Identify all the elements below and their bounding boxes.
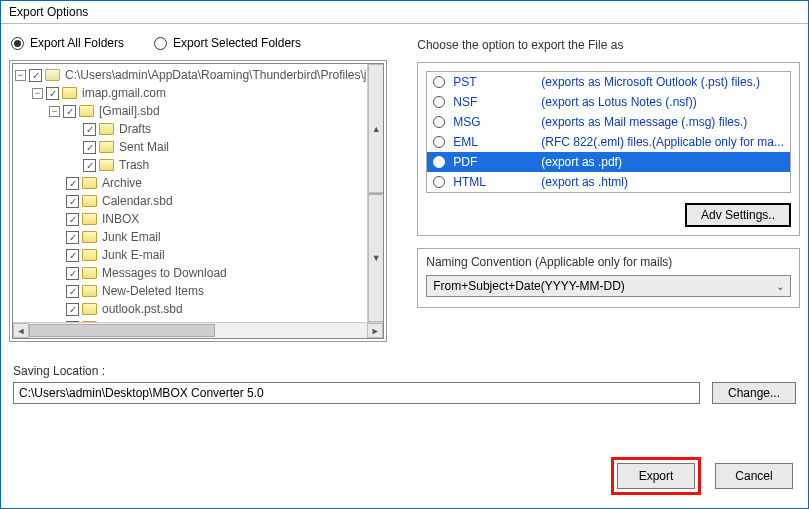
tree-item[interactable]: −imap.gmail.com (15, 84, 383, 102)
tree-item-label: Messages to Download (100, 266, 227, 280)
radio-icon (433, 176, 445, 188)
folder-icon (45, 69, 60, 81)
tree-item-label: C:\Users\admin\AppData\Roaming\Thunderbi… (63, 68, 366, 82)
radio-icon (433, 116, 445, 128)
format-name: NSF (453, 95, 533, 109)
export-all-radio[interactable]: Export All Folders (11, 36, 124, 50)
vertical-scrollbar[interactable]: ▲ ▼ (367, 64, 383, 322)
expander-icon[interactable]: − (32, 88, 43, 99)
export-button[interactable]: Export (617, 463, 695, 489)
tree-item[interactable]: Archive (15, 174, 383, 192)
radio-icon (433, 156, 445, 168)
adv-settings-button[interactable]: Adv Settings.. (685, 203, 791, 227)
format-heading: Choose the option to export the File as (417, 32, 800, 62)
checkbox[interactable] (66, 213, 79, 226)
checkbox[interactable] (66, 303, 79, 316)
checkbox[interactable] (83, 159, 96, 172)
format-desc: (export as .pdf) (541, 155, 784, 169)
folder-icon (62, 87, 77, 99)
checkbox[interactable] (46, 87, 59, 100)
export-selected-radio[interactable]: Export Selected Folders (154, 36, 301, 50)
export-highlight: Export (611, 457, 701, 495)
format-option-nsf[interactable]: NSF(export as Lotus Notes (.nsf)) (427, 92, 790, 112)
tree-item[interactable]: Calendar.sbd (15, 192, 383, 210)
export-selected-label: Export Selected Folders (173, 36, 301, 50)
format-option-eml[interactable]: EML(RFC 822(.eml) files.(Applicable only… (427, 132, 790, 152)
tree-item-label: outlook.pst.sbd (100, 302, 183, 316)
format-name: MSG (453, 115, 533, 129)
checkbox[interactable] (66, 195, 79, 208)
checkbox[interactable] (66, 231, 79, 244)
expander-icon[interactable]: − (15, 70, 26, 81)
folder-tree[interactable]: −C:\Users\admin\AppData\Roaming\Thunderb… (13, 64, 383, 324)
export-scope-group: Export All Folders Export Selected Folde… (9, 32, 387, 60)
format-option-pdf[interactable]: PDF(export as .pdf) (427, 152, 790, 172)
cancel-button[interactable]: Cancel (715, 463, 793, 489)
tree-item[interactable]: Messages to Download (15, 264, 383, 282)
folder-icon (99, 141, 114, 153)
format-option-html[interactable]: HTML(export as .html) (427, 172, 790, 192)
tree-item[interactable]: outlook.pst.sbd (15, 300, 383, 318)
tree-item[interactable]: INBOX (15, 210, 383, 228)
tree-item[interactable]: −[Gmail].sbd (15, 102, 383, 120)
checkbox[interactable] (66, 267, 79, 280)
scroll-down-icon[interactable]: ▼ (368, 193, 384, 322)
format-desc: (RFC 822(.eml) files.(Applicable only fo… (541, 135, 784, 149)
change-button[interactable]: Change... (712, 382, 796, 404)
checkbox[interactable] (83, 141, 96, 154)
naming-combobox[interactable]: From+Subject+Date(YYYY-MM-DD) ⌄ (426, 275, 791, 297)
tree-item[interactable]: Junk E-mail (15, 246, 383, 264)
format-option-msg[interactable]: MSG(exports as Mail message (.msg) files… (427, 112, 790, 132)
format-name: PDF (453, 155, 533, 169)
folder-icon (82, 231, 97, 243)
checkbox[interactable] (66, 177, 79, 190)
format-desc: (exports as Mail message (.msg) files.) (541, 115, 784, 129)
checkbox[interactable] (83, 123, 96, 136)
folder-icon (82, 267, 97, 279)
checkbox[interactable] (63, 105, 76, 118)
naming-panel: Naming Convention (Applicable only for m… (417, 248, 800, 308)
tree-item[interactable]: −C:\Users\admin\AppData\Roaming\Thunderb… (15, 66, 383, 84)
tree-item-label: Archive (100, 176, 142, 190)
tree-item-label: Calendar.sbd (100, 194, 173, 208)
saving-location-input[interactable] (13, 382, 700, 404)
radio-icon (433, 136, 445, 148)
radio-icon (11, 37, 24, 50)
tree-item[interactable]: Trash (15, 156, 383, 174)
checkbox[interactable] (66, 285, 79, 298)
folder-icon (79, 105, 94, 117)
tree-item-label: New-Deleted Items (100, 284, 204, 298)
tree-item-label: Sent Mail (117, 140, 169, 154)
export-all-label: Export All Folders (30, 36, 124, 50)
radio-icon (154, 37, 167, 50)
format-panel: PST(exports as Microsoft Outlook (.pst) … (417, 62, 800, 236)
folder-icon (82, 249, 97, 261)
dialog-buttons: Export Cancel (611, 457, 793, 495)
scroll-up-icon[interactable]: ▲ (368, 64, 384, 193)
tree-item[interactable]: Drafts (15, 120, 383, 138)
scrollbar-thumb[interactable] (369, 193, 382, 195)
tree-item[interactable]: New-Deleted Items (15, 282, 383, 300)
folder-icon (82, 285, 97, 297)
checkbox[interactable] (29, 69, 42, 82)
horizontal-scrollbar[interactable]: ◄ ► (13, 322, 383, 338)
format-desc: (exports as Microsoft Outlook (.pst) fil… (541, 75, 784, 89)
expander-icon[interactable]: − (49, 106, 60, 117)
format-name: PST (453, 75, 533, 89)
tree-item-label: Junk Email (100, 230, 161, 244)
tree-item[interactable]: Sent Mail (15, 138, 383, 156)
naming-label: Naming Convention (Applicable only for m… (426, 255, 791, 269)
scroll-left-icon[interactable]: ◄ (13, 323, 29, 338)
tree-item[interactable]: Junk Email (15, 228, 383, 246)
scrollbar-thumb[interactable] (29, 324, 215, 337)
tree-item-label: INBOX (100, 212, 139, 226)
naming-value: From+Subject+Date(YYYY-MM-DD) (433, 279, 625, 293)
tree-item-label: Trash (117, 158, 149, 172)
format-name: HTML (453, 175, 533, 189)
checkbox[interactable] (66, 249, 79, 262)
scroll-right-icon[interactable]: ► (367, 323, 383, 338)
tree-item-label: [Gmail].sbd (97, 104, 160, 118)
format-option-pst[interactable]: PST(exports as Microsoft Outlook (.pst) … (427, 72, 790, 92)
window-title: Export Options (1, 1, 808, 24)
tree-item-label: imap.gmail.com (80, 86, 166, 100)
